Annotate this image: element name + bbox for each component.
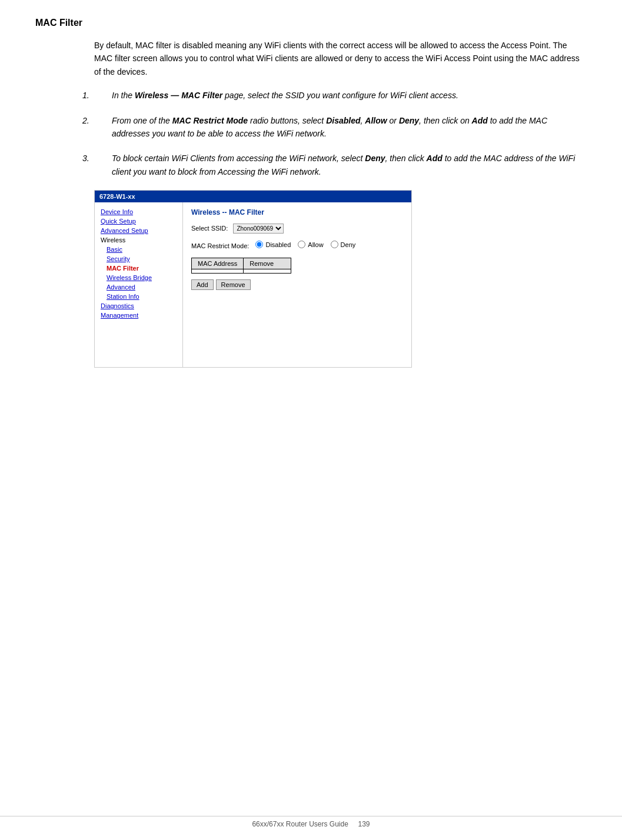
step-3: 3. To block certain WiFi Clients from ac… xyxy=(82,152,587,178)
remove-cell xyxy=(244,269,291,274)
footer-page-num: 139 xyxy=(358,820,370,828)
action-buttons: Add Remove xyxy=(191,279,403,290)
intro-paragraph: By default, MAC filter is disabled meani… xyxy=(94,39,587,78)
step-3-text: To block certain WiFi Clients from acces… xyxy=(112,152,587,178)
step-1-number: 1. xyxy=(82,89,112,102)
remove-button[interactable]: Remove xyxy=(216,279,251,290)
step-1-text: In the Wireless — MAC Filter page, selec… xyxy=(112,89,458,102)
nav-wireless-bridge[interactable]: Wireless Bridge xyxy=(95,273,182,282)
content-title: Wireless -- MAC Filter xyxy=(191,208,403,216)
mac-address-header: MAC Address xyxy=(192,258,244,269)
ssid-label: Select SSID: xyxy=(191,225,228,232)
radio-allow-label: Allow xyxy=(308,241,323,248)
nav-diagnostics[interactable]: Diagnostics xyxy=(95,301,182,311)
nav-station-info[interactable]: Station Info xyxy=(95,292,182,301)
page-title: MAC Filter xyxy=(35,18,587,28)
radio-allow[interactable] xyxy=(298,241,305,248)
restrict-radio-group: Disabled Allow Deny xyxy=(255,241,360,248)
ssid-select[interactable]: Zhono009069 xyxy=(233,224,284,234)
step-1: 1. In the Wireless — MAC Filter page, se… xyxy=(82,89,587,102)
footer-guide-text: 66xx/67xx Router Users Guide xyxy=(252,820,348,828)
steps-container: 1. In the Wireless — MAC Filter page, se… xyxy=(82,89,587,178)
mac-address-cell xyxy=(192,269,244,274)
router-content: Wireless -- MAC Filter Select SSID: Zhon… xyxy=(183,202,411,367)
restrict-row: MAC Restrict Mode: Disabled Allow Deny xyxy=(191,241,403,249)
step-2: 2. From one of the MAC Restrict Mode rad… xyxy=(82,114,587,141)
nav-advanced-setup[interactable]: Advanced Setup xyxy=(95,226,182,235)
nav-mac-filter[interactable]: MAC Filter xyxy=(95,264,182,273)
radio-deny-label: Deny xyxy=(341,241,356,248)
restrict-label: MAC Restrict Mode: xyxy=(191,242,249,249)
step-2-text: From one of the MAC Restrict Mode radio … xyxy=(112,114,587,141)
step-2-number: 2. xyxy=(82,114,112,141)
page-footer: 66xx/67xx Router Users Guide 139 xyxy=(0,816,622,828)
router-nav: Device Info Quick Setup Advanced Setup W… xyxy=(95,202,183,367)
radio-disabled[interactable] xyxy=(255,241,263,248)
radio-disabled-label: Disabled xyxy=(265,241,291,248)
router-body: Device Info Quick Setup Advanced Setup W… xyxy=(95,202,411,367)
mac-table: MAC Address Remove xyxy=(191,258,291,274)
nav-advanced[interactable]: Advanced xyxy=(95,282,182,292)
step-3-number: 3. xyxy=(82,152,112,178)
mac-table-empty-row xyxy=(192,269,291,274)
nav-management[interactable]: Management xyxy=(95,311,182,320)
radio-deny[interactable] xyxy=(331,241,338,248)
remove-header: Remove xyxy=(244,258,291,269)
nav-wireless: Wireless xyxy=(95,235,182,245)
add-button[interactable]: Add xyxy=(191,279,214,290)
nav-basic[interactable]: Basic xyxy=(95,245,182,254)
nav-quick-setup[interactable]: Quick Setup xyxy=(95,216,182,226)
router-header: 6728-W1-xx xyxy=(95,191,411,202)
nav-security[interactable]: Security xyxy=(95,254,182,264)
ssid-row: Select SSID: Zhono009069 xyxy=(191,224,403,234)
router-screenshot: 6728-W1-xx Device Info Quick Setup Advan… xyxy=(94,190,412,368)
nav-device-info[interactable]: Device Info xyxy=(95,207,182,216)
